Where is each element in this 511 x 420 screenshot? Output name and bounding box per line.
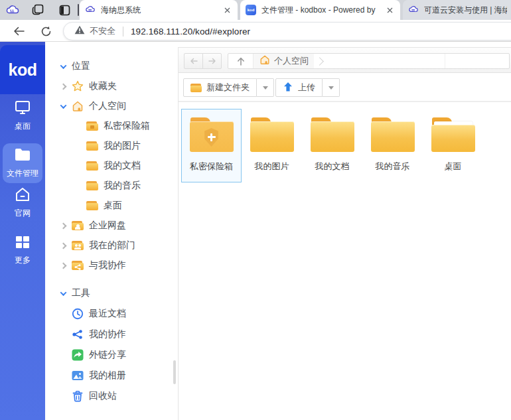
chevron-down-icon[interactable] bbox=[58, 104, 68, 109]
star-icon bbox=[72, 80, 84, 92]
sidebar-item-file-manager[interactable]: 文件管理 bbox=[3, 143, 42, 183]
security-warning-icon[interactable] bbox=[74, 25, 85, 37]
sidebar-item-more[interactable]: 更多 bbox=[0, 234, 45, 267]
tab2-kod-favicon: kod bbox=[246, 5, 256, 15]
tree-item-recent-docs[interactable]: 最近文档 bbox=[45, 303, 178, 324]
tab2-close-icon[interactable] bbox=[384, 5, 395, 15]
upload-arrow-icon bbox=[283, 82, 293, 94]
history-forward-button[interactable] bbox=[202, 53, 222, 69]
tabstrip-divider bbox=[78, 4, 79, 16]
folder-icon bbox=[190, 83, 202, 93]
address-url[interactable]: 192.168.111.20/kod/#explorer bbox=[131, 27, 250, 36]
shared-user-folder-icon bbox=[72, 220, 84, 232]
folder-icon bbox=[14, 147, 31, 165]
chevron-right-icon[interactable] bbox=[58, 244, 68, 248]
tab2-title: 文件管理 - kodbox - Powered by bbox=[261, 5, 380, 16]
chevron-down-icon[interactable] bbox=[58, 64, 68, 69]
refresh-icon[interactable] bbox=[38, 24, 53, 38]
tab1-close-icon[interactable] bbox=[222, 5, 232, 15]
caret-down-icon bbox=[263, 86, 268, 90]
house-icon bbox=[72, 100, 84, 112]
tree-item-shared-with-me[interactable]: 与我协作 bbox=[45, 255, 178, 275]
tree-label: 位置 bbox=[72, 60, 90, 72]
folder-icon bbox=[86, 160, 98, 172]
tree-item-external-share[interactable]: 外链分享 bbox=[45, 344, 178, 365]
sidebar-item-desktop[interactable]: 桌面 bbox=[0, 100, 45, 133]
new-folder-button[interactable]: 新建文件夹 bbox=[183, 78, 257, 97]
tree-label: 个人空间 bbox=[89, 100, 126, 112]
tree-label: 我的协作 bbox=[89, 328, 126, 340]
trash-icon bbox=[72, 390, 84, 402]
address-field[interactable]: 不安全 192.168.111.20/kod/#explorer bbox=[63, 22, 511, 40]
sidebar-item-label: 更多 bbox=[15, 255, 31, 266]
breadcrumb-item-personal-space[interactable]: 个人空间 bbox=[254, 54, 314, 68]
tree-item-enterprise-drive[interactable]: 企业网盘 bbox=[45, 216, 178, 236]
file-grid: 私密保险箱 我的图片 我的文档 我的音乐 bbox=[178, 102, 511, 182]
file-manager-main: 个人空间 新建文件夹 bbox=[178, 42, 511, 420]
tree-item-my-albums[interactable]: 我的相册 bbox=[45, 365, 178, 385]
new-folder-split-button: 新建文件夹 bbox=[183, 78, 274, 97]
tab3-title: 可道云安装与使用 | 海纳思 bbox=[424, 5, 507, 16]
browser-tab-3[interactable]: 可道云安装与使用 | 海纳思 bbox=[403, 0, 511, 20]
upload-dropdown[interactable] bbox=[323, 78, 340, 97]
back-icon[interactable] bbox=[12, 24, 27, 38]
tree-item-favorites[interactable]: 收藏夹 bbox=[45, 76, 178, 96]
tree-item-safe[interactable]: 私密保险箱 bbox=[45, 116, 178, 136]
history-back-button[interactable] bbox=[184, 53, 203, 69]
tree-scrollbar[interactable] bbox=[173, 360, 176, 384]
file-name: 我的文档 bbox=[315, 161, 350, 173]
tree-label: 回收站 bbox=[89, 390, 117, 402]
folder-icon bbox=[371, 117, 415, 152]
file-item-my-music[interactable]: 我的音乐 bbox=[362, 109, 423, 182]
security-warning-label[interactable]: 不安全 bbox=[90, 25, 115, 37]
browser-app-cloud-icon[interactable] bbox=[5, 3, 20, 17]
tree-section-tools[interactable]: 工具 bbox=[45, 283, 178, 303]
upload-button[interactable]: 上传 bbox=[275, 78, 323, 97]
external-link-icon bbox=[72, 349, 84, 361]
chevron-down-icon[interactable] bbox=[58, 291, 68, 296]
desktop-folder-icon bbox=[431, 117, 475, 152]
tree-item-my-documents[interactable]: 我的文档 bbox=[45, 156, 178, 176]
tree-item-personal-space[interactable]: 个人空间 bbox=[45, 96, 178, 116]
tab-layout-icon[interactable] bbox=[57, 3, 72, 17]
chevron-right-icon[interactable] bbox=[58, 224, 68, 228]
tree-section-file-types[interactable]: 文件类型 bbox=[45, 415, 178, 420]
kod-logo-text: kod bbox=[9, 60, 37, 80]
tab1-title: 海纳思系统 bbox=[101, 5, 218, 16]
tree-item-my-music[interactable]: 我的音乐 bbox=[45, 176, 178, 196]
tree-label: 我的文档 bbox=[104, 160, 141, 172]
tab3-cloud-favicon bbox=[408, 5, 419, 15]
sidebar-item-label: 官网 bbox=[15, 208, 31, 219]
stacked-tabs-icon[interactable] bbox=[31, 3, 45, 17]
tree-item-my-pictures[interactable]: 我的图片 bbox=[45, 136, 178, 156]
tree-item-recycle-bin[interactable]: 回收站 bbox=[45, 385, 178, 406]
browser-tab-2[interactable]: kod 文件管理 - kodbox - Powered by bbox=[240, 0, 400, 20]
new-folder-dropdown[interactable] bbox=[257, 78, 274, 97]
tree-label: 收藏夹 bbox=[89, 80, 117, 92]
path-header: 个人空间 bbox=[178, 47, 511, 73]
share-folder-icon bbox=[72, 259, 84, 271]
group-folder-icon bbox=[72, 240, 84, 251]
monitor-icon bbox=[15, 100, 31, 117]
upload-label: 上传 bbox=[298, 82, 315, 94]
folder-tree-panel: 位置 收藏夹 个人空间 私密保险箱 我的图片 bbox=[45, 42, 178, 420]
file-item-my-pictures[interactable]: 我的图片 bbox=[242, 109, 302, 182]
up-level-button[interactable] bbox=[228, 54, 254, 68]
address-path-box[interactable]: 个人空间 bbox=[228, 53, 510, 69]
grid-icon bbox=[15, 236, 30, 251]
chevron-right-icon[interactable] bbox=[58, 263, 68, 268]
tree-label: 最近文档 bbox=[89, 308, 126, 320]
file-item-safe[interactable]: 私密保险箱 bbox=[181, 109, 242, 182]
tree-section-location[interactable]: 位置 bbox=[45, 56, 178, 76]
safe-folder-icon bbox=[190, 117, 234, 152]
file-item-my-documents[interactable]: 我的文档 bbox=[302, 109, 362, 182]
browser-tab-1[interactable]: 海纳思系统 bbox=[80, 0, 238, 20]
kod-logo[interactable]: kod bbox=[0, 45, 45, 94]
tree-label: 我的图片 bbox=[104, 140, 141, 152]
sidebar-item-website[interactable]: 官网 bbox=[0, 186, 45, 220]
tree-item-my-department[interactable]: 我在的部门 bbox=[45, 236, 178, 255]
tree-item-desktop[interactable]: 桌面 bbox=[45, 196, 178, 216]
chevron-right-icon[interactable] bbox=[58, 84, 68, 89]
file-item-desktop[interactable]: 桌面 bbox=[423, 109, 483, 182]
tree-item-my-collaboration[interactable]: 我的协作 bbox=[45, 324, 178, 344]
